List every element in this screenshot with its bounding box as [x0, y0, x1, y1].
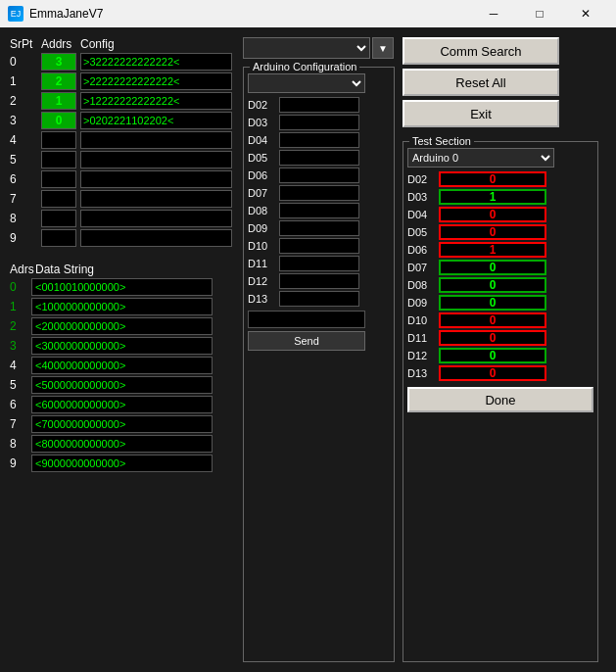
- config-field[interactable]: [80, 210, 232, 227]
- test-pin-row: D090: [407, 295, 593, 311]
- addr-box[interactable]: [41, 131, 76, 149]
- addr-box[interactable]: 3: [41, 53, 76, 71]
- data-string-field[interactable]: <9000000000000>: [31, 455, 213, 472]
- data-string-field[interactable]: <6000000000000>: [31, 396, 213, 413]
- data-string-field[interactable]: <7000000000000>: [31, 415, 213, 433]
- arduino-pin-row: D13: [248, 291, 390, 307]
- pin-input[interactable]: [279, 132, 359, 148]
- pin-input[interactable]: [279, 256, 359, 271]
- pin-input[interactable]: [279, 97, 359, 113]
- config-field[interactable]: [80, 229, 232, 247]
- srpt-number: 9: [10, 231, 37, 245]
- pin-label: D12: [248, 275, 275, 287]
- close-button[interactable]: ✕: [563, 0, 608, 27]
- pin-input[interactable]: [279, 220, 359, 236]
- comm-search-button[interactable]: Comm Search: [403, 37, 559, 65]
- dropdown-arrow-button[interactable]: ▼: [372, 37, 394, 59]
- main-content: SrPt Addrs Config 03>32222222222222<12>2…: [0, 27, 616, 672]
- pin-input[interactable]: [279, 185, 359, 201]
- srpt-row: 21>12222222222222<: [10, 92, 235, 110]
- arduino-pin-row: D09: [248, 220, 390, 236]
- srpt-row: 12>22222222222222<: [10, 72, 235, 90]
- config-field[interactable]: [80, 190, 232, 208]
- test-pin-label: D13: [407, 367, 435, 379]
- arduino-pin-row: D05: [248, 150, 390, 166]
- pin-label: D07: [248, 187, 275, 199]
- adrs-number: 2: [10, 319, 27, 333]
- test-pin-row: D020: [407, 171, 593, 187]
- maximize-button[interactable]: □: [517, 0, 562, 27]
- top-dropdown-row: ▼: [243, 37, 395, 59]
- title-bar-controls: ─ □ ✕: [471, 0, 608, 27]
- reset-all-button[interactable]: Reset All: [403, 69, 559, 96]
- send-area: Send: [248, 311, 390, 351]
- arduino-config-legend: Arduino Configuration: [250, 61, 359, 72]
- data-string-field[interactable]: <2000000000000>: [31, 317, 213, 335]
- srpt-number: 4: [10, 133, 37, 147]
- arduino-config-select[interactable]: [248, 73, 365, 93]
- data-string-field[interactable]: <5000000000000>: [31, 376, 213, 394]
- middle-panel: ▼ Arduino Configuration D02D03D04D05D06D…: [243, 37, 395, 662]
- addr-box[interactable]: [41, 190, 76, 208]
- srpt-row: 6: [10, 170, 235, 188]
- pin-input[interactable]: [279, 238, 359, 254]
- arduino-pin-row: D12: [248, 273, 390, 289]
- done-button[interactable]: Done: [407, 387, 593, 412]
- addr-box[interactable]: 1: [41, 92, 76, 110]
- adrs-number: 5: [10, 378, 27, 392]
- test-pin-row: D080: [407, 277, 593, 293]
- right-panel: Comm Search Reset All Exit Test Section …: [403, 37, 598, 662]
- test-pin-row: D061: [407, 242, 593, 258]
- config-field[interactable]: >22222222222222<: [80, 72, 232, 90]
- arduino-pin-row: D06: [248, 168, 390, 183]
- send-button[interactable]: Send: [248, 331, 365, 351]
- config-field[interactable]: >12222222222222<: [80, 92, 232, 110]
- test-pin-label: D08: [407, 279, 435, 291]
- arduino-test-dropdown[interactable]: Arduino 0: [407, 148, 554, 168]
- title-bar-title: EmmaJaneV7: [29, 7, 471, 21]
- test-pin-row: D031: [407, 189, 593, 205]
- data-string-field[interactable]: <0010010000000>: [31, 278, 213, 296]
- config-field[interactable]: [80, 151, 232, 168]
- pin-input[interactable]: [279, 203, 359, 218]
- adrs-row: 5<5000000000000>: [10, 376, 235, 394]
- addr-box[interactable]: [41, 151, 76, 168]
- adrs-row: 0<0010010000000>: [10, 278, 235, 296]
- exit-button[interactable]: Exit: [403, 100, 559, 127]
- pin-input[interactable]: [279, 291, 359, 307]
- data-string-field[interactable]: <3000000000000>: [31, 337, 213, 355]
- addr-box[interactable]: 0: [41, 112, 76, 129]
- test-pin-value: 0: [439, 295, 546, 311]
- pin-input[interactable]: [279, 115, 359, 130]
- addr-box[interactable]: [41, 170, 76, 188]
- data-string-field[interactable]: <4000000000000>: [31, 357, 213, 374]
- config-field[interactable]: >0202221102202<: [80, 112, 232, 129]
- arduino-pin-row: D08: [248, 203, 390, 218]
- arduino-dropdown-row: [248, 73, 390, 93]
- srpt-number: 3: [10, 114, 37, 127]
- top-dropdown-select[interactable]: [243, 37, 370, 59]
- config-field[interactable]: [80, 131, 232, 149]
- addr-box[interactable]: [41, 210, 76, 227]
- data-string-field[interactable]: <8000000000000>: [31, 435, 213, 453]
- test-pin-value: 0: [439, 348, 546, 363]
- adrs-col-headers: Adrs Data String: [10, 263, 235, 276]
- pin-label: D13: [248, 293, 275, 305]
- pin-input[interactable]: [279, 273, 359, 289]
- test-pin-value: 0: [439, 260, 546, 275]
- test-pin-label: D12: [407, 350, 435, 361]
- addr-box[interactable]: [41, 229, 76, 247]
- data-string-field[interactable]: <1000000000000>: [31, 298, 213, 315]
- config-field[interactable]: [80, 170, 232, 188]
- minimize-button[interactable]: ─: [471, 0, 516, 27]
- config-header: Config: [80, 37, 222, 51]
- send-input[interactable]: [248, 311, 365, 328]
- adrs-rows: 0<0010010000000>1<1000000000000>2<200000…: [10, 278, 235, 472]
- adrs-header: Adrs: [10, 263, 31, 276]
- srpt-number: 7: [10, 192, 37, 206]
- config-field[interactable]: >32222222222222<: [80, 53, 232, 71]
- addr-box[interactable]: 2: [41, 72, 76, 90]
- pin-input[interactable]: [279, 168, 359, 183]
- pin-input[interactable]: [279, 150, 359, 166]
- test-pin-value: 0: [439, 277, 546, 293]
